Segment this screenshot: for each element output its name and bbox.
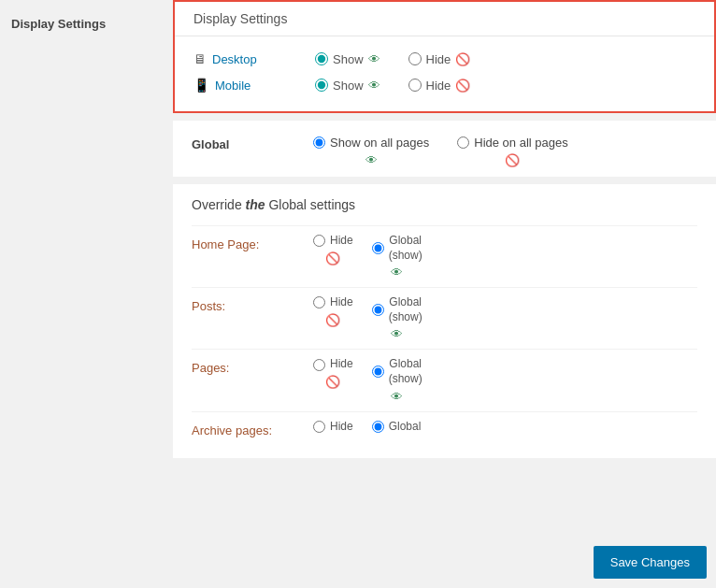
global-show-radio[interactable] bbox=[313, 136, 325, 149]
override-homepage-hide-option: Hide 🚫 bbox=[313, 234, 353, 265]
override-pages-hide-radio[interactable] bbox=[313, 359, 325, 371]
override-archive-hide-radio[interactable] bbox=[313, 421, 325, 433]
override-pages-hide-option: Hide 🚫 bbox=[313, 357, 353, 389]
desktop-hide-option[interactable]: Hide 🚫 bbox=[408, 52, 471, 66]
override-posts-global-text: Global(show) bbox=[389, 295, 422, 324]
override-pages-hide-text: Hide bbox=[330, 357, 353, 372]
device-settings: 🖥 Desktop Show 👁 Hide 🚫 bbox=[175, 36, 714, 111]
desktop-show-option[interactable]: Show 👁 bbox=[315, 52, 380, 66]
mobile-text: Mobile bbox=[215, 79, 251, 93]
override-pages-global-radio[interactable] bbox=[372, 366, 384, 378]
mobile-show-label: Show bbox=[333, 79, 364, 93]
desktop-show-eye-icon: 👁 bbox=[368, 52, 380, 66]
desktop-text: Desktop bbox=[212, 52, 257, 66]
global-hide-label-row[interactable]: Hide on all pages bbox=[457, 136, 567, 150]
desktop-icon: 🖥 bbox=[193, 51, 207, 66]
override-posts-global-row[interactable]: Global(show) bbox=[372, 295, 422, 324]
override-archive-label: Archive pages: bbox=[192, 420, 313, 437]
override-title: Override the Global settings bbox=[192, 197, 697, 212]
display-settings-box: Display Settings 🖥 Desktop Show 👁 bbox=[173, 0, 716, 113]
desktop-label: 🖥 Desktop bbox=[193, 51, 315, 66]
override-posts-hide-eye-icon: 🚫 bbox=[325, 313, 340, 327]
desktop-hide-eye-icon: 🚫 bbox=[455, 52, 470, 66]
override-pages-options: Hide 🚫 Global(show) 👁 bbox=[313, 357, 422, 403]
override-homepage-global-option: Global(show) 👁 bbox=[372, 234, 422, 280]
override-homepage-options: Hide 🚫 Global(show) 👁 bbox=[313, 234, 422, 280]
global-show-label-row[interactable]: Show on all pages bbox=[313, 136, 429, 150]
global-hide-radio[interactable] bbox=[457, 136, 469, 149]
global-label: Global bbox=[192, 136, 313, 151]
mobile-hide-eye-icon: 🚫 bbox=[455, 79, 470, 93]
override-homepage-global-eye-icon: 👁 bbox=[391, 265, 403, 280]
mobile-hide-radio[interactable] bbox=[408, 79, 422, 92]
mobile-label: 📱 Mobile bbox=[193, 78, 315, 93]
global-show-option: Show on all pages 👁 bbox=[313, 136, 429, 167]
override-pages-global-row[interactable]: Global(show) bbox=[372, 357, 422, 386]
override-homepage-global-row[interactable]: Global(show) bbox=[372, 234, 422, 263]
override-posts-global-option: Global(show) 👁 bbox=[372, 295, 422, 341]
desktop-hide-label: Hide bbox=[426, 52, 451, 66]
mobile-show-radio[interactable] bbox=[315, 79, 328, 92]
sidebar: Display Settings bbox=[0, 0, 173, 588]
desktop-hide-radio[interactable] bbox=[408, 52, 422, 65]
global-hide-option: Hide on all pages 🚫 bbox=[457, 136, 567, 167]
override-pages-hide-row[interactable]: Hide bbox=[313, 357, 353, 372]
override-posts-global-eye-icon: 👁 bbox=[391, 327, 403, 341]
override-archive-hide-row[interactable]: Hide bbox=[313, 420, 353, 435]
override-homepage-hide-row[interactable]: Hide bbox=[313, 234, 353, 249]
global-section: Global Show on all pages 👁 Hide on all p… bbox=[173, 121, 716, 177]
override-homepage-global-text: Global(show) bbox=[389, 234, 422, 263]
global-options: Show on all pages 👁 Hide on all pages 🚫 bbox=[313, 136, 568, 167]
override-suffix: Global settings bbox=[268, 197, 355, 212]
global-hide-eye-icon: 🚫 bbox=[505, 153, 520, 167]
main-content: Display Settings 🖥 Desktop Show 👁 bbox=[173, 0, 716, 588]
override-homepage-hide-eye-icon: 🚫 bbox=[325, 251, 340, 265]
sidebar-title: Display Settings bbox=[0, 9, 173, 38]
override-section: Override the Global settings Home Page: … bbox=[173, 184, 716, 458]
override-posts-label: Posts: bbox=[192, 295, 313, 313]
override-posts-hide-row[interactable]: Hide bbox=[313, 295, 353, 310]
override-prefix: Override bbox=[192, 197, 246, 212]
mobile-hide-label: Hide bbox=[426, 79, 451, 93]
override-homepage-global-radio[interactable] bbox=[372, 242, 384, 254]
mobile-show-option[interactable]: Show 👁 bbox=[315, 79, 380, 93]
override-archive-row: Archive pages: Hide Global bbox=[192, 411, 697, 445]
global-hide-text: Hide on all pages bbox=[474, 136, 567, 150]
override-posts-options: Hide 🚫 Global(show) 👁 bbox=[313, 295, 422, 341]
override-pages-label: Pages: bbox=[192, 357, 313, 375]
override-pages-global-option: Global(show) 👁 bbox=[372, 357, 422, 403]
desktop-show-label: Show bbox=[333, 52, 364, 66]
override-archive-global-text: Global bbox=[389, 420, 422, 435]
global-show-text: Show on all pages bbox=[330, 136, 429, 150]
mobile-show-eye-icon: 👁 bbox=[368, 79, 380, 93]
override-archive-hide-text: Hide bbox=[330, 420, 353, 435]
global-row: Global Show on all pages 👁 Hide on all p… bbox=[192, 136, 697, 167]
mobile-hide-option[interactable]: Hide 🚫 bbox=[408, 79, 471, 93]
override-homepage-hide-text: Hide bbox=[330, 234, 353, 249]
override-homepage-hide-radio[interactable] bbox=[313, 235, 325, 247]
override-posts-hide-text: Hide bbox=[330, 295, 353, 310]
override-archive-global-radio[interactable] bbox=[372, 421, 384, 433]
save-button[interactable]: Save Changes bbox=[594, 546, 707, 579]
override-pages-row: Pages: Hide 🚫 Global(show) bbox=[192, 349, 697, 410]
override-archive-global-option: Global bbox=[372, 420, 422, 435]
override-archive-options: Hide Global bbox=[313, 420, 421, 435]
override-pages-global-text: Global(show) bbox=[389, 357, 422, 386]
override-archive-hide-option: Hide bbox=[313, 420, 353, 435]
override-the: the bbox=[246, 197, 269, 212]
override-posts-hide-option: Hide 🚫 bbox=[313, 295, 353, 327]
override-posts-row: Posts: Hide 🚫 Global(show) bbox=[192, 287, 697, 349]
save-btn-wrapper: Save Changes bbox=[594, 546, 707, 579]
override-pages-global-eye-icon: 👁 bbox=[391, 390, 403, 404]
override-posts-global-radio[interactable] bbox=[372, 304, 384, 316]
display-settings-header: Display Settings bbox=[175, 2, 714, 36]
mobile-row: 📱 Mobile Show 👁 Hide 🚫 bbox=[193, 72, 695, 98]
desktop-show-radio[interactable] bbox=[315, 52, 328, 65]
override-archive-global-row[interactable]: Global bbox=[372, 420, 422, 435]
override-pages-hide-eye-icon: 🚫 bbox=[325, 375, 340, 389]
override-homepage-row: Home Page: Hide 🚫 Global(show) bbox=[192, 225, 697, 287]
mobile-icon: 📱 bbox=[193, 78, 209, 93]
global-show-eye-icon: 👁 bbox=[365, 153, 378, 167]
desktop-row: 🖥 Desktop Show 👁 Hide 🚫 bbox=[193, 46, 695, 72]
override-posts-hide-radio[interactable] bbox=[313, 296, 325, 308]
